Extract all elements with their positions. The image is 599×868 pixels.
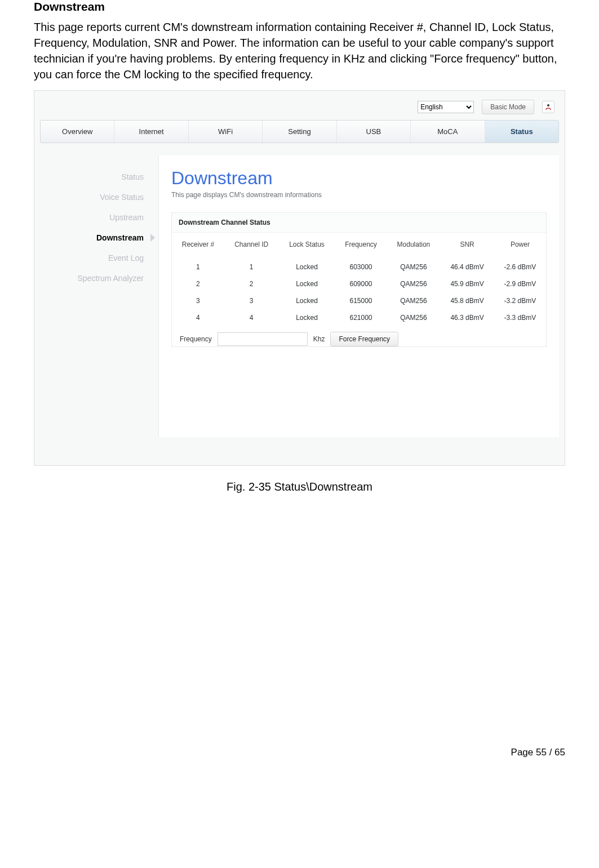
sidebar: StatusVoice StatusUpstreamDownstreamEven… (40, 155, 158, 437)
nav-item-overview[interactable]: Overview (41, 121, 114, 143)
language-select[interactable]: English (418, 101, 474, 113)
table-cell: QAM256 (387, 292, 441, 309)
channel-status-panel: Downstream Channel Status Receiver #Chan… (171, 212, 547, 347)
table-row: 11Locked603000QAM25646.4 dBmV-2.6 dBmV (172, 259, 546, 275)
column-header: Channel ID (224, 233, 279, 259)
column-header: Modulation (387, 233, 441, 259)
table-cell: 621000 (335, 309, 387, 326)
table-cell: 609000 (335, 275, 387, 292)
topbar: English Basic Mode (40, 96, 559, 120)
table-cell: 4 (224, 309, 279, 326)
table-cell: QAM256 (387, 259, 441, 275)
page-footer: Page 55 / 65 (0, 747, 599, 758)
sidebar-item-downstream[interactable]: Downstream (46, 228, 147, 248)
table-cell: 46.3 dBmV (440, 309, 494, 326)
figure-caption: Fig. 2-35 Status\Downstream (34, 480, 565, 493)
frequency-row: Frequency Khz Force Frequency (172, 326, 546, 346)
table-cell: Locked (278, 275, 335, 292)
nav-item-moca[interactable]: MoCA (411, 121, 485, 143)
table-cell: 46.4 dBmV (440, 259, 494, 275)
table-cell: QAM256 (387, 309, 441, 326)
table-cell: -2.6 dBmV (494, 259, 546, 275)
channel-table: Receiver #Channel IDLock StatusFrequency… (172, 233, 546, 326)
column-header: Lock Status (278, 233, 335, 259)
frequency-label: Frequency (180, 335, 212, 343)
svg-point-0 (547, 104, 549, 106)
table-cell: -2.9 dBmV (494, 275, 546, 292)
table-row: 44Locked621000QAM25646.3 dBmV-3.3 dBmV (172, 309, 546, 326)
table-cell: QAM256 (387, 275, 441, 292)
doc-paragraph: This page reports current CM's downstrea… (34, 19, 565, 82)
nav-item-setting[interactable]: Setting (263, 121, 336, 143)
table-cell: 3 (224, 292, 279, 309)
nav-item-internet[interactable]: Internet (114, 121, 188, 143)
table-cell: Locked (278, 292, 335, 309)
sidebar-item-status[interactable]: Status (46, 167, 147, 187)
table-cell: Locked (278, 309, 335, 326)
table-cell: 2 (224, 275, 279, 292)
table-cell: Locked (278, 259, 335, 275)
table-cell: -3.3 dBmV (494, 309, 546, 326)
nav-item-usb[interactable]: USB (337, 121, 411, 143)
nav-item-wifi[interactable]: WiFi (189, 121, 263, 143)
force-frequency-button[interactable]: Force Frequency (330, 332, 398, 346)
nav-item-status[interactable]: Status (485, 121, 558, 143)
column-header: Frequency (335, 233, 387, 259)
column-header: SNR (440, 233, 494, 259)
table-cell: 45.8 dBmV (440, 292, 494, 309)
table-row: 33Locked615000QAM25645.8 dBmV-3.2 dBmV (172, 292, 546, 309)
page-title: Downstream (171, 168, 547, 189)
frequency-input[interactable] (218, 332, 308, 346)
site-icon[interactable] (542, 101, 554, 113)
table-cell: 603000 (335, 259, 387, 275)
basic-mode-button[interactable]: Basic Mode (482, 100, 534, 114)
doc-heading: Downstream (34, 0, 565, 14)
table-cell: 1 (172, 259, 224, 275)
panel-heading: Downstream Channel Status (172, 213, 546, 233)
table-cell: -3.2 dBmV (494, 292, 546, 309)
main-nav: OverviewInternetWiFiSettingUSBMoCAStatus (40, 120, 559, 143)
frequency-unit: Khz (313, 335, 325, 343)
table-cell: 1 (224, 259, 279, 275)
table-cell: 615000 (335, 292, 387, 309)
sidebar-item-upstream[interactable]: Upstream (46, 207, 147, 228)
column-header: Receiver # (172, 233, 224, 259)
table-cell: 4 (172, 309, 224, 326)
table-row: 22Locked609000QAM25645.9 dBmV-2.9 dBmV (172, 275, 546, 292)
table-cell: 2 (172, 275, 224, 292)
app-screenshot: English Basic Mode OverviewInternetWiFiS… (34, 90, 565, 466)
table-cell: 3 (172, 292, 224, 309)
table-cell: 45.9 dBmV (440, 275, 494, 292)
column-header: Power (494, 233, 546, 259)
sidebar-item-voice-status[interactable]: Voice Status (46, 187, 147, 207)
page-subtitle: This page displays CM's downstream infor… (171, 191, 547, 199)
content-panel: Downstream This page displays CM's downs… (158, 155, 559, 437)
sidebar-item-event-log[interactable]: Event Log (46, 248, 147, 268)
sidebar-item-spectrum-analyzer[interactable]: Spectrum Analyzer (46, 268, 147, 288)
